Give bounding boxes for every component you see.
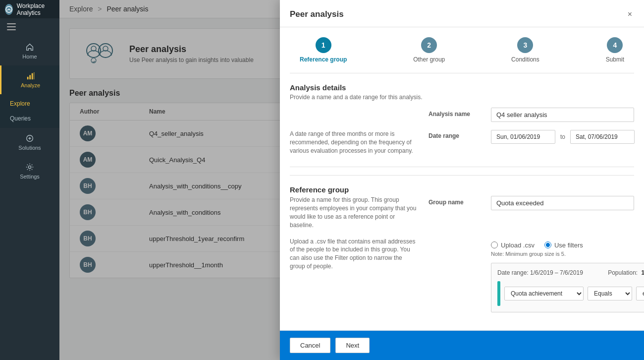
sidebar-item-analyze[interactable]: Analyze (0, 65, 59, 94)
sidebar-item-home[interactable]: Home (0, 37, 59, 65)
section-divider (290, 167, 634, 167)
svg-rect-4 (27, 77, 28, 79)
sidebar-item-analyze-label: Analyze (21, 82, 40, 88)
step-2-circle: 2 (421, 37, 437, 53)
filter-condition-row: Quota achievement Equals exceeded (497, 281, 644, 306)
analysis-name-label: Analysis name (429, 111, 483, 118)
date-separator: to (560, 133, 565, 140)
upload-desc: Upload a .csv file that contains email a… (290, 238, 415, 270)
step-4-label: Submit (606, 56, 624, 63)
group-name-label: Group name (429, 199, 483, 206)
filter-value-select[interactable]: exceeded (636, 287, 644, 300)
analysis-details-section: Analysis details Provide a name and a da… (290, 83, 634, 155)
filter-field-select[interactable]: Quota achievement (504, 287, 584, 300)
filter-date-range: Date range: 1/6/2019 – 7/6/2019 (497, 269, 583, 276)
ref-group-title: Reference group (290, 185, 634, 194)
group-name-row: Provide a name for this group. This grou… (290, 196, 634, 229)
sidebar-header: Workplace Analytics (0, 0, 59, 18)
sidebar-nav: Home Analyze Explore Queries Solutions (0, 37, 59, 185)
menu-icon[interactable] (0, 18, 59, 37)
step-1: 1 Reference group (300, 37, 347, 63)
filter-info: Date range: 1/6/2019 – 7/6/2019 Populati… (497, 269, 644, 276)
sidebar-item-settings[interactable]: Settings (0, 157, 59, 185)
sidebar-item-settings-label: Settings (20, 174, 40, 180)
analysis-details-title: Analysis details (290, 83, 634, 92)
filter-bar (497, 281, 500, 306)
date-range-note: A date range of three months or more is … (290, 130, 413, 154)
step-1-label: Reference group (300, 56, 347, 63)
sidebar-sub-item-explore[interactable]: Explore (0, 96, 59, 111)
next-button[interactable]: Next (335, 338, 370, 353)
radio-group: Upload .csv Use filters (491, 241, 644, 249)
filter-population: Population: 101,601 people Filter group:… (608, 269, 644, 276)
ref-group-desc: Provide a name for this group. This grou… (290, 196, 416, 228)
date-to-input[interactable] (570, 130, 635, 144)
filter-panel: Date range: 1/6/2019 – 7/6/2019 Populati… (491, 263, 644, 312)
step-2-label: Other group (413, 56, 445, 63)
peer-analysis-modal: Peer analysis × 1 Reference group 2 Othe… (280, 0, 644, 360)
step-3-circle: 3 (517, 37, 533, 53)
modal-footer: Cancel Next (280, 330, 644, 360)
sidebar-item-solutions-label: Solutions (18, 145, 41, 151)
step-4: 4 Submit (606, 37, 624, 63)
svg-rect-3 (7, 29, 16, 30)
analysis-details-desc: Provide a name and a date range for this… (290, 94, 634, 101)
sidebar: Workplace Analytics Home Analyze Explore (0, 0, 59, 360)
radio-filters-input[interactable] (544, 241, 551, 248)
modal-close-button[interactable]: × (626, 8, 634, 21)
upload-radio-row: Upload a .csv file that contains email a… (290, 238, 634, 312)
sidebar-item-solutions[interactable]: Solutions (0, 128, 59, 157)
app-logo (5, 4, 13, 15)
stepper: 1 Reference group 2 Other group 3 Condit… (290, 37, 634, 73)
modal-header: Peer analysis × (280, 0, 644, 27)
svg-rect-2 (7, 26, 16, 27)
svg-rect-6 (31, 73, 33, 80)
step-4-circle: 4 (607, 37, 623, 53)
radio-upload-csv[interactable]: Upload .csv (491, 241, 535, 249)
cancel-button[interactable]: Cancel (290, 338, 330, 353)
app-title: Workplace Analytics (17, 2, 54, 16)
reference-group-section: Reference group Provide a name for this … (290, 175, 634, 312)
step-1-circle: 1 (316, 37, 331, 53)
sidebar-sub-item-queries[interactable]: Queries (0, 111, 59, 126)
analysis-name-row: Analysis name (290, 108, 634, 122)
svg-rect-7 (34, 72, 34, 79)
svg-rect-1 (7, 23, 16, 24)
sidebar-item-home-label: Home (22, 54, 37, 60)
step-3-label: Conditions (511, 56, 539, 63)
svg-point-9 (28, 166, 31, 168)
date-range-label: Date range (429, 132, 483, 139)
filter-operator-select[interactable]: Equals (588, 287, 632, 300)
analysis-name-input[interactable] (491, 108, 634, 122)
filter-note: Note: Minimum group size is 5. (491, 251, 644, 257)
date-range-row: A date range of three months or more is … (290, 130, 634, 155)
modal-title: Peer analysis (290, 9, 344, 19)
step-2: 2 Other group (413, 37, 445, 63)
radio-csv-input[interactable] (491, 241, 498, 248)
main-content: Explore > Peer analysis Peer analysis Us… (59, 0, 644, 360)
group-name-input[interactable] (491, 196, 634, 210)
step-3: 3 Conditions (511, 37, 539, 63)
modal-body: 1 Reference group 2 Other group 3 Condit… (280, 27, 644, 330)
date-from-input[interactable] (491, 130, 555, 144)
svg-rect-5 (29, 75, 31, 79)
radio-use-filters[interactable]: Use filters (544, 241, 583, 249)
